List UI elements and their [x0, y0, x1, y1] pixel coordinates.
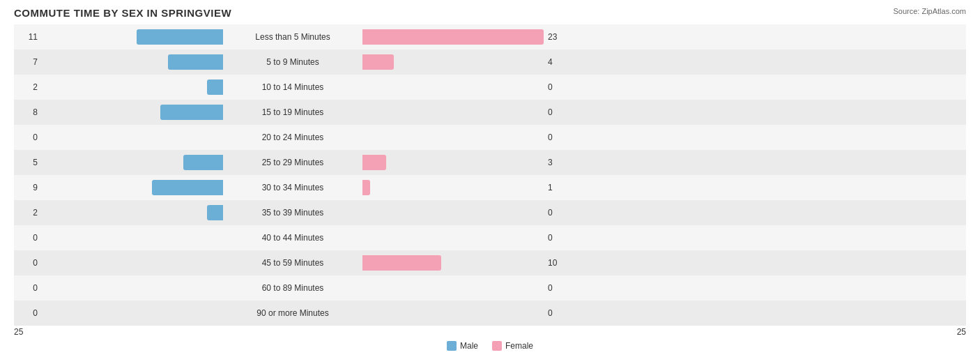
table-row: 11 Less than 5 Minutes 23 [14, 24, 966, 50]
male-value: 0 [14, 283, 42, 293]
left-bar-area [42, 54, 223, 70]
table-row: 0 45 to 59 Minutes 10 [14, 250, 966, 275]
male-bar [137, 29, 223, 45]
legend-area: Male Female [14, 341, 966, 351]
male-bar [183, 155, 223, 170]
male-bar [207, 205, 223, 220]
male-value: 8 [14, 107, 42, 117]
right-bar-area [362, 230, 544, 245]
right-bar-area [362, 79, 544, 95]
row-label: 20 to 24 Minutes [223, 132, 362, 142]
row-label: 30 to 34 Minutes [223, 183, 362, 192]
right-bar-area [362, 255, 544, 271]
female-bar [362, 255, 441, 271]
female-value: 1 [544, 183, 572, 192]
male-bar [207, 79, 223, 95]
bottom-right-label: 25 [957, 327, 966, 337]
row-label: 15 to 19 Minutes [223, 107, 362, 117]
left-bar-area [42, 230, 223, 245]
left-bar-area [42, 105, 223, 120]
row-label: 90 or more Minutes [223, 308, 362, 318]
male-value: 0 [14, 132, 42, 142]
female-value: 0 [544, 308, 572, 318]
female-bar [362, 180, 370, 195]
female-value: 0 [544, 208, 572, 218]
female-value: 0 [544, 107, 572, 117]
right-bar-area [362, 54, 544, 70]
male-value: 0 [14, 258, 42, 268]
male-value: 0 [14, 308, 42, 318]
right-bar-area [362, 205, 544, 220]
left-bar-area [42, 155, 223, 170]
table-row: 8 15 to 19 Minutes 0 [14, 100, 966, 125]
table-row: 0 20 to 24 Minutes 0 [14, 125, 966, 150]
male-value: 2 [14, 82, 42, 92]
male-value: 2 [14, 208, 42, 218]
legend-female: Female [492, 341, 533, 351]
right-bar-area [362, 105, 544, 120]
male-value: 0 [14, 233, 42, 243]
male-swatch [447, 341, 457, 351]
table-row: 0 90 or more Minutes 0 [14, 301, 966, 326]
right-bar-area [362, 180, 544, 195]
female-value: 0 [544, 132, 572, 142]
chart-title: COMMUTE TIME BY SEX IN SPRINGVIEW [14, 7, 966, 19]
row-label: 60 to 89 Minutes [223, 283, 362, 293]
female-label: Female [505, 341, 533, 351]
left-bar-area [42, 130, 223, 145]
female-value: 0 [544, 82, 572, 92]
female-bar [362, 155, 386, 170]
row-label: 25 to 29 Minutes [223, 158, 362, 167]
left-bar-area [42, 255, 223, 271]
right-bar-area [362, 280, 544, 296]
right-bar-area [362, 305, 544, 321]
row-label: Less than 5 Minutes [223, 32, 362, 42]
left-bar-area [42, 180, 223, 195]
female-value: 3 [544, 158, 572, 167]
male-value: 7 [14, 57, 42, 67]
row-label: 40 to 44 Minutes [223, 233, 362, 243]
left-bar-area [42, 280, 223, 296]
male-value: 11 [14, 32, 42, 42]
right-bar-area [362, 130, 544, 145]
male-bar [152, 180, 223, 195]
female-swatch [492, 341, 502, 351]
female-bar [362, 29, 544, 45]
female-value: 10 [544, 258, 572, 268]
row-label: 10 to 14 Minutes [223, 82, 362, 92]
female-value: 0 [544, 283, 572, 293]
female-value: 4 [544, 57, 572, 67]
male-bar [168, 54, 223, 70]
source-text: Source: ZipAtlas.com [893, 7, 966, 15]
male-label: Male [460, 341, 478, 351]
table-row: 0 60 to 89 Minutes 0 [14, 275, 966, 301]
rows-area: 11 Less than 5 Minutes 23 7 5 to 9 Minut… [14, 24, 966, 326]
bottom-axis: 25 25 [14, 326, 966, 337]
left-bar-area [42, 29, 223, 45]
male-value: 5 [14, 158, 42, 167]
table-row: 2 35 to 39 Minutes 0 [14, 200, 966, 225]
right-bar-area [362, 29, 544, 45]
female-value: 23 [544, 32, 572, 42]
table-row: 7 5 to 9 Minutes 4 [14, 50, 966, 75]
row-label: 45 to 59 Minutes [223, 258, 362, 268]
bottom-left-label: 25 [14, 327, 23, 337]
male-value: 9 [14, 183, 42, 192]
left-bar-area [42, 305, 223, 321]
legend-male: Male [447, 341, 478, 351]
chart-container: COMMUTE TIME BY SEX IN SPRINGVIEW Source… [0, 0, 980, 364]
table-row: 5 25 to 29 Minutes 3 [14, 150, 966, 175]
table-row: 2 10 to 14 Minutes 0 [14, 75, 966, 100]
female-bar [362, 54, 394, 70]
table-row: 0 40 to 44 Minutes 0 [14, 225, 966, 250]
left-bar-area [42, 79, 223, 95]
female-value: 0 [544, 233, 572, 243]
table-row: 9 30 to 34 Minutes 1 [14, 175, 966, 200]
row-label: 35 to 39 Minutes [223, 208, 362, 218]
male-bar [160, 105, 223, 120]
right-bar-area [362, 155, 544, 170]
left-bar-area [42, 205, 223, 220]
row-label: 5 to 9 Minutes [223, 57, 362, 67]
